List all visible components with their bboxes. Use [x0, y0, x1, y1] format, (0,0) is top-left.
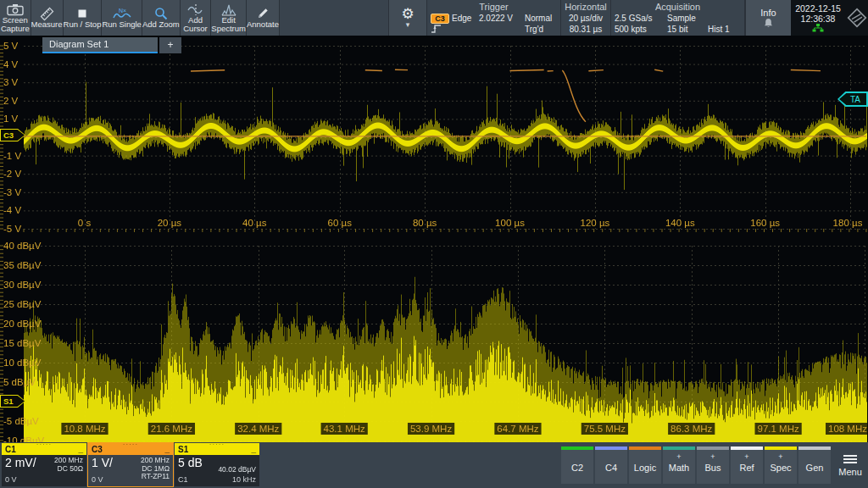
trigger-state: Trg'd — [525, 25, 557, 34]
rising-edge-icon — [431, 24, 452, 36]
c1-coupling: DC 50Ω — [54, 465, 83, 474]
camera-icon — [7, 3, 24, 16]
pencil-icon — [256, 7, 270, 20]
diagram-tabbar: Diagram Set 1 + — [42, 37, 181, 53]
oscilloscope-screen: ScreenCaptureMeasureRun / StopN×Run Sing… — [0, 0, 868, 488]
channel-box-c3[interactable]: ····· C3 _ 1 V/ 200 MHz DC 1MΩ RT-ZP11 0… — [88, 443, 173, 486]
add-bus-button[interactable]: +Bus — [697, 446, 729, 484]
channel-button-label: Ref — [739, 463, 754, 473]
add-cursor-button[interactable]: AddCursor — [181, 0, 212, 36]
acquisition-panel[interactable]: Acquisition 2.5 GSa/s Sample 500 kpts 15… — [611, 0, 745, 36]
single-acquisition-icon: N× — [113, 7, 131, 20]
ruler-icon — [40, 7, 54, 20]
add-spec-button[interactable]: +Spec — [765, 446, 797, 484]
plus-icon: + — [676, 452, 681, 461]
chevron-down-icon: ▾ — [406, 21, 410, 29]
run-single-button[interactable]: N×Run Single — [102, 0, 142, 36]
toolbar-button-label: Run / Stop — [64, 20, 102, 29]
channel-color-strip — [561, 446, 593, 450]
channel-button-label: Gen — [806, 463, 824, 473]
s1-reference-level: 40.02 dBµV — [218, 466, 256, 474]
toolbar-button-label: ScreenCapture — [1, 16, 30, 33]
channel-color-strip — [798, 446, 831, 450]
c3-offset: 0 V — [92, 475, 103, 484]
add-math-button[interactable]: +Math — [663, 446, 695, 484]
toolbar-button-label: EditSpectrum — [211, 16, 246, 33]
time-text: 12:36:38 — [801, 14, 836, 24]
horizontal-scale: 20 µs/div — [565, 13, 607, 24]
horizontal-title: Horizontal — [565, 2, 607, 13]
channel-color-strip — [595, 446, 627, 450]
acquisition-history: Hist 1 — [708, 25, 741, 34]
channel-button-label: C4 — [605, 463, 617, 473]
spectrum-icon — [221, 3, 236, 16]
plus-icon: + — [778, 452, 782, 461]
toolbar-button-label: Annotate — [247, 20, 279, 29]
trigger-title: Trigger — [431, 2, 557, 13]
spectrum-box-s1[interactable]: ····· S1 _ 5 dB 40.02 dBµV C1 10 kHz — [175, 443, 259, 486]
c1-offset: 0 V — [5, 475, 17, 484]
add-tab-button[interactable]: + — [159, 37, 181, 53]
date-text: 2022-12-15 — [795, 3, 841, 14]
header-spacer — [280, 0, 388, 36]
channel-buttons: C2C4Logic+Math+Bus+Ref+SpecGen — [561, 446, 831, 484]
channel-button-label: C2 — [571, 463, 583, 473]
toolbar-button-label: Add Zoom — [142, 20, 180, 29]
drag-handle-dots: ····· — [88, 441, 173, 448]
toolbar-button-label: Measure — [31, 20, 63, 29]
edit-spectrum-button[interactable]: EditSpectrum — [211, 0, 247, 36]
tab-diagram-set-1[interactable]: Diagram Set 1 — [42, 37, 158, 53]
screen-capture-button[interactable]: ScreenCapture — [0, 0, 31, 36]
network-status-icon — [812, 24, 824, 32]
measure-button[interactable]: Measure — [31, 0, 64, 36]
horizontal-position: 80.31 µs — [565, 24, 607, 35]
rs-logo — [845, 0, 868, 36]
trigger-position-marker[interactable]: TA — [837, 92, 868, 107]
bell-icon — [763, 18, 774, 29]
trigger-source-badge[interactable]: C3 — [431, 14, 449, 24]
gear-icon: ⚙ — [401, 7, 414, 21]
channel-button-label: Logic — [634, 463, 656, 473]
spectrum-s1-marker[interactable]: S1 — [0, 395, 25, 408]
add-c2-button[interactable]: C2 — [561, 446, 593, 484]
channel-button-label: Spec — [770, 463, 791, 473]
trigger-panel[interactable]: Trigger C3 Edge 2.0222 V Normal Trg'd — [427, 0, 561, 36]
info-label: Info — [760, 8, 776, 18]
acquisition-mode: Sample — [667, 14, 708, 23]
signal-bar: ····· C1 _ 2 mV/ 200 MHz DC 50Ω 0 V ····… — [0, 442, 868, 488]
plus-icon: + — [744, 452, 748, 461]
info-button[interactable]: Info — [745, 0, 791, 36]
acquisition-points: 500 kpts — [615, 25, 667, 34]
s1-source: C1 — [178, 475, 188, 484]
toolbar: ScreenCaptureMeasureRun / StopN×Run Sing… — [0, 0, 280, 36]
time-domain-plot[interactable] — [0, 36, 868, 238]
acquisition-rate: 2.5 GSa/s — [615, 14, 667, 23]
channel-color-strip — [697, 446, 729, 450]
toolbar-button-label: AddCursor — [183, 16, 208, 33]
c3-probe: RT-ZP11 — [141, 473, 170, 481]
plus-icon: + — [710, 452, 715, 461]
svg-text:N×: N× — [119, 8, 126, 14]
add-logic-button[interactable]: Logic — [629, 446, 661, 484]
add-zoom-button[interactable]: Add Zoom — [142, 0, 181, 36]
trigger-level: 2.0222 V — [479, 14, 525, 23]
spectrum-plot[interactable] — [0, 238, 868, 442]
channel-button-label: Bus — [705, 463, 721, 473]
magnifier-icon — [154, 7, 168, 20]
s1-rbw: 10 kHz — [232, 475, 256, 484]
annotate-button[interactable]: Annotate — [247, 0, 280, 36]
settings-button[interactable]: ⚙ ▾ — [388, 0, 427, 36]
horizontal-panel[interactable]: Horizontal 20 µs/div 80.31 µs — [561, 0, 611, 36]
add-gen-button[interactable]: Gen — [798, 446, 831, 484]
channel-box-c1[interactable]: ····· C1 _ 2 mV/ 200 MHz DC 50Ω 0 V — [2, 443, 86, 486]
header-bar: ScreenCaptureMeasureRun / StopN×Run Sing… — [0, 0, 868, 36]
channel-color-strip — [629, 446, 661, 450]
run-stop-button[interactable]: Run / Stop — [64, 0, 103, 36]
channel-button-label: Math — [669, 463, 689, 473]
channel-c3-marker[interactable]: C3 — [0, 129, 25, 141]
menu-button[interactable]: Menu — [832, 446, 868, 484]
add-ref-button[interactable]: +Ref — [731, 446, 763, 484]
hamburger-icon — [843, 453, 857, 465]
channel-color-strip — [765, 446, 797, 450]
add-c4-button[interactable]: C4 — [595, 446, 627, 484]
